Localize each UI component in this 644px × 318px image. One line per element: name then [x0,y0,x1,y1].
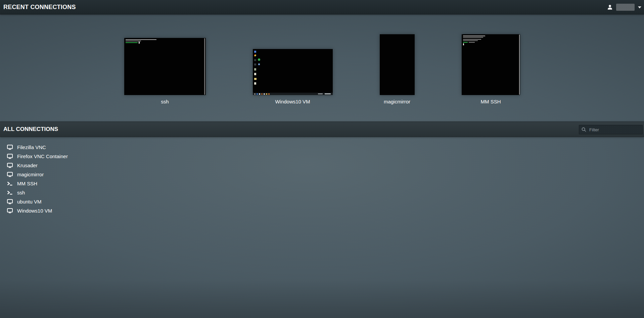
terminal-output-line [463,37,483,38]
scrollbar [204,38,205,95]
connection-item-mm-ssh[interactable]: MM SSH [0,179,644,188]
connection-thumbnail [380,34,415,95]
monitor-icon [7,154,13,159]
desktop-icon [254,73,256,75]
taskbar-icon [268,93,270,95]
connection-item-ubuntu-vm[interactable]: ubuntu VM [0,197,644,206]
recent-connection-label: magicmirror [384,99,410,104]
connection-item-filezilla-vnc[interactable]: Filezilla VNC [0,143,644,152]
scrollbar [519,35,520,95]
monitor-icon [7,145,13,150]
desktop-icon [254,68,256,71]
connection-label: Firefox VNC Container [17,153,68,159]
terminal-cursor [463,43,464,45]
recent-connections-section: ssh [0,14,644,122]
desktop-icon [254,51,256,53]
connection-label: ssh [17,190,25,195]
connection-label: Windows10 VM [17,208,52,214]
connection-item-ssh[interactable]: ssh [0,188,644,197]
desktop-icon [258,63,260,65]
terminal-icon [7,181,13,186]
recent-connection-mm-ssh[interactable]: MM SSH [462,34,520,104]
terminal-output-line [463,40,478,41]
connection-thumbnail [124,38,206,95]
desktop-icon [254,54,256,56]
desktop-icon [254,78,257,80]
terminal-output-line [463,39,481,40]
page-title: RECENT CONNECTIONS [3,4,76,11]
connection-label: Filezilla VNC [17,144,46,150]
taskbar-icon [259,93,260,95]
monitor-icon [7,208,13,213]
recent-connection-magicmirror[interactable]: magicmirror [380,34,415,104]
filter-box [579,125,643,134]
terminal-prompt-line [126,42,138,43]
all-connections-title: ALL CONNECTIONS [3,126,58,133]
system-tray [318,93,323,94]
terminal-prompt-line [463,42,468,43]
person-icon [607,4,613,10]
top-bar: RECENT CONNECTIONS [0,0,644,14]
taskbar-icon [261,93,263,95]
filter-input[interactable] [579,125,643,134]
terminal-output-line [463,36,485,36]
taskbar-icon [257,93,258,95]
connection-thumbnail [462,34,520,95]
terminal-output-line [126,39,156,40]
recent-connection-label: MM SSH [481,99,501,104]
connection-item-magicmirror[interactable]: magicmirror [0,170,644,179]
connections-list: Filezilla VNC Firefox VNC Container Krus… [0,137,644,318]
monitor-icon [7,199,13,204]
caret-down-icon [638,6,641,8]
recent-connection-windows10-vm[interactable]: Windows10 VM [253,49,333,104]
desktop-icon [254,59,256,61]
connection-item-krusader[interactable]: Krusader [0,161,644,170]
username-redacted-box [616,4,635,11]
desktop-icon [258,58,260,61]
taskbar-icon [254,93,256,95]
taskbar [253,93,333,95]
monitor-icon [7,163,13,168]
desktop-icon [254,63,256,65]
taskbar-clock [325,93,331,94]
recent-thumbnails-row: ssh [0,14,644,104]
user-menu-button[interactable] [607,0,641,14]
terminal-icon [7,190,13,195]
connection-label: MM SSH [17,181,37,186]
connection-thumbnail [253,49,333,95]
connection-label: Krusader [17,163,38,168]
connection-label: ubuntu VM [17,199,42,205]
connection-item-firefox-vnc-container[interactable]: Firefox VNC Container [0,152,644,161]
terminal-output-line [469,42,475,43]
recent-connection-ssh[interactable]: ssh [124,38,206,104]
monitor-icon [7,172,13,177]
taskbar-icon [264,93,265,95]
recent-connection-label: ssh [161,99,169,104]
recent-connection-label: Windows10 VM [275,99,310,104]
all-connections-bar: ALL CONNECTIONS [0,122,644,137]
terminal-cursor [139,42,140,44]
connection-label: magicmirror [17,172,44,177]
terminal-output-line [126,41,141,41]
connection-item-windows10-vm[interactable]: Windows10 VM [0,206,644,215]
desktop-icon [254,82,256,85]
taskbar-icon [266,93,267,95]
